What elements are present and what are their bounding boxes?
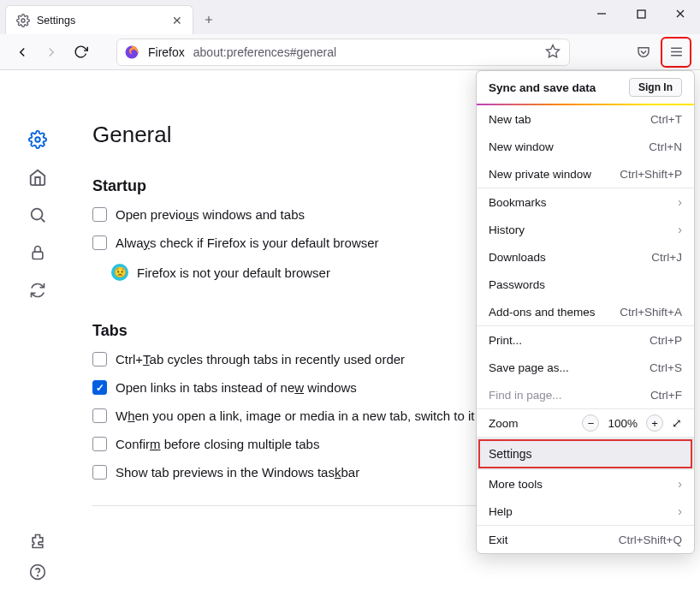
restore-label: Open previous windows and tabs: [116, 207, 305, 222]
menu-new-window[interactable]: New windowCtrl+N: [477, 133, 694, 160]
menu-addons[interactable]: Add-ons and themesCtrl+Shift+A: [477, 298, 694, 325]
appmenu-highlight: [661, 37, 691, 68]
zoom-out-button[interactable]: −: [582, 414, 599, 432]
checkbox-taskbar[interactable]: [92, 465, 107, 480]
menu-passwords[interactable]: Passwords: [477, 271, 694, 298]
gear-icon: [16, 14, 30, 27]
menu-help[interactable]: Help›: [477, 498, 694, 525]
zoom-in-button[interactable]: +: [646, 414, 663, 432]
menu-downloads[interactable]: DownloadsCtrl+J: [477, 243, 694, 271]
menu-new-private[interactable]: New private windowCtrl+Shift+P: [477, 160, 694, 188]
not-default-label: Firefox is not your default browser: [137, 265, 330, 280]
menu-sync-header: Sync and save data Sign In: [477, 71, 694, 104]
reload-button[interactable]: [67, 39, 94, 66]
maximize-button[interactable]: [621, 0, 661, 27]
url-text: about:preferences#general: [193, 45, 336, 59]
chevron-right-icon: ›: [678, 223, 682, 236]
checkbox-ctrltab[interactable]: [92, 352, 107, 367]
confirm-label: Confirm before closing multiple tabs: [116, 437, 319, 451]
chevron-right-icon: ›: [678, 504, 682, 518]
new-tab-button[interactable]: [197, 8, 221, 32]
checkbox-restore[interactable]: [92, 207, 107, 222]
menu-print[interactable]: Print...Ctrl+P: [477, 326, 694, 354]
default-label: Always check if Firefox is your default …: [116, 235, 379, 250]
close-tab-icon[interactable]: ✕: [172, 14, 182, 27]
menu-exit[interactable]: ExitCtrl+Shift+Q: [477, 526, 694, 553]
window-controls: [582, 0, 700, 27]
sign-in-button[interactable]: Sign In: [629, 78, 682, 97]
tab-title: Settings: [37, 15, 165, 27]
menu-find: Find in page...Ctrl+F: [477, 381, 694, 408]
svg-marker-3: [547, 45, 560, 57]
sync-label: Sync and save data: [489, 81, 596, 94]
close-window-button[interactable]: [661, 0, 700, 27]
svg-rect-6: [33, 252, 43, 259]
chevron-right-icon: ›: [678, 195, 682, 209]
svg-point-5: [32, 209, 43, 220]
menu-save-as[interactable]: Save page as...Ctrl+S: [477, 354, 694, 381]
menu-settings[interactable]: Settings: [477, 438, 694, 470]
back-button[interactable]: [9, 39, 36, 66]
identity-label: Firefox: [148, 45, 185, 59]
url-bar[interactable]: Firefox about:preferences#general: [116, 39, 570, 66]
checkbox-default[interactable]: [92, 235, 107, 250]
toolbar: Firefox about:preferences#general: [0, 34, 700, 70]
appmenu-button[interactable]: [663, 39, 689, 65]
svg-point-8: [38, 575, 39, 576]
ctrltab-label: Ctrl+Tab cycles through tabs in recently…: [116, 352, 405, 367]
svg-rect-1: [638, 10, 645, 18]
minimize-button[interactable]: [582, 0, 621, 27]
sidebar-extensions-icon[interactable]: [28, 532, 47, 551]
info-icon: 😟: [111, 264, 128, 281]
titlebar: Settings ✕: [0, 0, 700, 34]
menu-new-tab[interactable]: New tabCtrl+T: [477, 105, 694, 133]
menu-history[interactable]: History›: [477, 216, 694, 243]
sidebar-search-icon[interactable]: [28, 206, 47, 224]
switch-label: When you open a link, image or media in …: [116, 408, 474, 423]
browser-tab[interactable]: Settings ✕: [5, 5, 193, 34]
checkbox-confirm[interactable]: [92, 437, 107, 451]
openlinks-label: Open links in tabs instead of new window…: [116, 380, 357, 395]
sidebar-privacy-icon[interactable]: [28, 243, 47, 262]
menu-bookmarks[interactable]: Bookmarks›: [477, 188, 694, 216]
chevron-right-icon: ›: [678, 477, 682, 491]
sidebar-general-icon[interactable]: [28, 130, 47, 149]
fullscreen-icon[interactable]: ⤢: [672, 416, 682, 430]
forward-button[interactable]: [38, 39, 65, 66]
preferences-sidebar: [0, 70, 75, 590]
checkbox-openlinks[interactable]: [92, 380, 107, 395]
menu-more-tools[interactable]: More tools›: [477, 470, 694, 498]
zoom-label: Zoom: [489, 417, 519, 430]
svg-point-0: [21, 19, 25, 22]
pocket-button[interactable]: [630, 39, 657, 66]
zoom-value: 100%: [608, 417, 638, 430]
taskbar-label: Show tab previews in the Windows taskbar: [116, 465, 359, 480]
sidebar-help-icon[interactable]: [28, 563, 47, 581]
firefox-icon: [124, 45, 139, 60]
svg-point-4: [35, 137, 40, 142]
app-menu: Sync and save data Sign In New tabCtrl+T…: [476, 70, 695, 554]
menu-zoom: Zoom − 100% + ⤢: [477, 409, 694, 437]
checkbox-switch[interactable]: [92, 408, 107, 423]
sidebar-sync-icon[interactable]: [28, 281, 47, 300]
bookmark-star-icon[interactable]: [545, 44, 562, 61]
sidebar-home-icon[interactable]: [28, 168, 47, 187]
